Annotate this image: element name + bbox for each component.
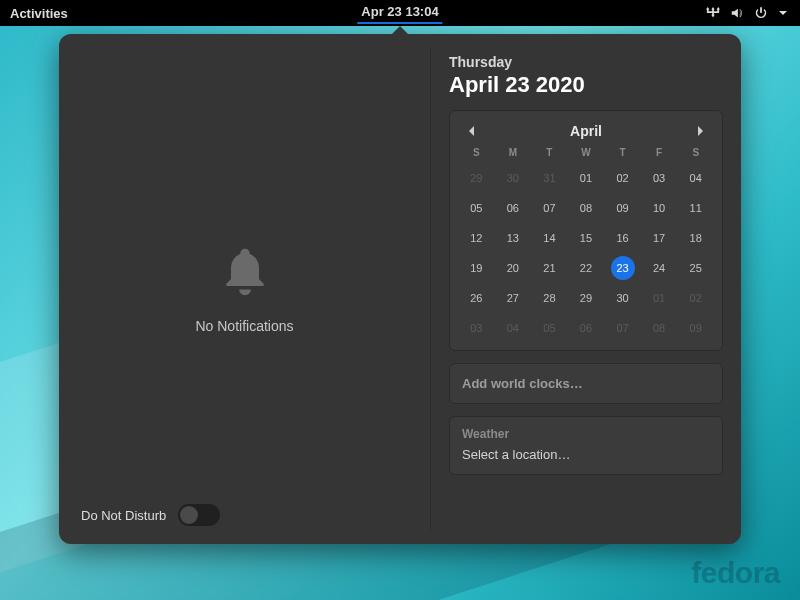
calendar-day[interactable]: 29 xyxy=(458,166,495,190)
calendar-day-header: W xyxy=(568,147,605,160)
calendar-day[interactable]: 01 xyxy=(568,166,605,190)
calendar-day[interactable]: 15 xyxy=(568,226,605,250)
calendar-day-header: S xyxy=(677,147,714,160)
weather-panel: Weather Select a location… xyxy=(449,416,723,475)
calendar-grid: SMTWTFS293031010203040506070809101112131… xyxy=(458,147,714,340)
dnd-label: Do Not Disturb xyxy=(81,508,166,523)
calendar-day[interactable]: 11 xyxy=(677,196,714,220)
notifications-pane: No Notifications Do Not Disturb xyxy=(59,34,430,544)
do-not-disturb-row: Do Not Disturb xyxy=(81,504,220,526)
calendar-day[interactable]: 13 xyxy=(495,226,532,250)
calendar-widget: April SMTWTFS293031010203040506070809101… xyxy=(449,110,723,351)
weather-title: Weather xyxy=(462,427,710,441)
dnd-toggle[interactable] xyxy=(178,504,220,526)
calendar-day[interactable]: 18 xyxy=(677,226,714,250)
calendar-day[interactable]: 08 xyxy=(641,316,678,340)
calendar-day[interactable]: 26 xyxy=(458,286,495,310)
calendar-day[interactable]: 06 xyxy=(568,316,605,340)
calendar-day[interactable]: 05 xyxy=(458,196,495,220)
datetime-label: Apr 23 13:04 xyxy=(361,4,438,19)
activities-button[interactable]: Activities xyxy=(0,6,68,21)
top-bar: Activities Apr 23 13:04 xyxy=(0,0,800,26)
calendar-day[interactable]: 20 xyxy=(495,256,532,280)
calendar-day[interactable]: 03 xyxy=(641,166,678,190)
volume-icon[interactable] xyxy=(730,6,744,20)
calendar-day[interactable]: 29 xyxy=(568,286,605,310)
calendar-day[interactable]: 04 xyxy=(495,316,532,340)
calendar-day[interactable]: 17 xyxy=(641,226,678,250)
calendar-day[interactable]: 12 xyxy=(458,226,495,250)
calendar-day[interactable]: 30 xyxy=(604,286,641,310)
datetime-button[interactable]: Apr 23 13:04 xyxy=(357,2,442,24)
calendar-day[interactable]: 09 xyxy=(604,196,641,220)
calendar-day-header: M xyxy=(495,147,532,160)
calendar-day[interactable]: 16 xyxy=(604,226,641,250)
popover-arrow xyxy=(390,26,410,36)
calendar-day[interactable]: 22 xyxy=(568,256,605,280)
calendar-day[interactable]: 03 xyxy=(458,316,495,340)
calendar-day[interactable]: 30 xyxy=(495,166,532,190)
calendar-pane: Thursday April 23 2020 April SMTWTFS2930… xyxy=(431,34,741,544)
no-notifications-label: No Notifications xyxy=(195,318,293,334)
calendar-day[interactable]: 31 xyxy=(531,166,568,190)
calendar-day[interactable]: 28 xyxy=(531,286,568,310)
add-world-clocks-button[interactable]: Add world clocks… xyxy=(449,363,723,404)
next-month-button[interactable] xyxy=(692,123,708,139)
network-icon[interactable] xyxy=(706,6,720,20)
calendar-day[interactable]: 02 xyxy=(604,166,641,190)
datetime-popover: No Notifications Do Not Disturb Thursday… xyxy=(59,34,741,544)
calendar-day[interactable]: 02 xyxy=(677,286,714,310)
day-of-week: Thursday xyxy=(449,54,723,70)
calendar-nav: April xyxy=(458,119,714,147)
prev-month-button[interactable] xyxy=(464,123,480,139)
calendar-day[interactable]: 05 xyxy=(531,316,568,340)
calendar-day-header: F xyxy=(641,147,678,160)
calendar-day-header: S xyxy=(458,147,495,160)
weather-select-location[interactable]: Select a location… xyxy=(462,447,710,462)
full-date: April 23 2020 xyxy=(449,72,723,98)
power-icon[interactable] xyxy=(754,6,768,20)
calendar-day[interactable]: 09 xyxy=(677,316,714,340)
calendar-day-header: T xyxy=(531,147,568,160)
calendar-day[interactable]: 25 xyxy=(677,256,714,280)
calendar-day-header: T xyxy=(604,147,641,160)
distro-brand: fedora xyxy=(691,556,780,590)
calendar-day[interactable]: 07 xyxy=(531,196,568,220)
calendar-day[interactable]: 08 xyxy=(568,196,605,220)
calendar-day[interactable]: 10 xyxy=(641,196,678,220)
calendar-day[interactable]: 27 xyxy=(495,286,532,310)
calendar-day[interactable]: 14 xyxy=(531,226,568,250)
calendar-day[interactable]: 23 xyxy=(611,256,635,280)
bell-icon xyxy=(217,244,273,300)
calendar-day[interactable]: 01 xyxy=(641,286,678,310)
calendar-day[interactable]: 06 xyxy=(495,196,532,220)
date-heading: Thursday April 23 2020 xyxy=(449,54,723,98)
calendar-day[interactable]: 21 xyxy=(531,256,568,280)
chevron-down-icon[interactable] xyxy=(778,8,788,18)
calendar-day[interactable]: 19 xyxy=(458,256,495,280)
calendar-day[interactable]: 24 xyxy=(641,256,678,280)
system-status-area[interactable] xyxy=(706,6,800,20)
month-label: April xyxy=(570,123,602,139)
calendar-day[interactable]: 04 xyxy=(677,166,714,190)
calendar-day[interactable]: 07 xyxy=(604,316,641,340)
